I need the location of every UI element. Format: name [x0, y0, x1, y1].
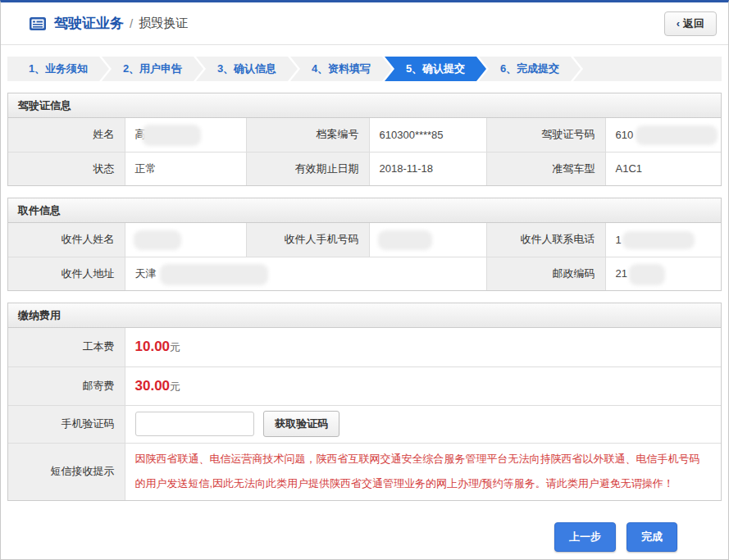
- license-list-icon: [29, 16, 47, 31]
- step-2-user-declaration[interactable]: 2、用户申告: [102, 57, 203, 81]
- finish-button[interactable]: 完成: [626, 522, 677, 552]
- table-row: 状态 正常 有效期止日期 2018-11-18 准驾车型 A1C1: [8, 152, 721, 185]
- postage-fee-label: 邮寄费: [8, 367, 125, 405]
- name-label: 姓名: [8, 118, 125, 152]
- footer-actions: 上一步 完成: [1, 501, 728, 552]
- previous-step-button[interactable]: 上一步: [554, 522, 616, 552]
- redaction-smudge: [160, 264, 268, 285]
- license-info-section: 驾驶证信息 姓名 高 档案编号 610300****85 驾驶证号码 610 状…: [7, 93, 722, 186]
- table-row: 姓名 高 档案编号 610300****85 驾驶证号码 610: [8, 118, 721, 152]
- license-number-label: 驾驶证号码: [486, 118, 605, 152]
- redaction-smudge: [636, 125, 718, 145]
- sms-notice-cell: 因陕西省联通、电信运营商技术问题，陕西省互联网交通安全综合服务管理平台无法向持陕…: [125, 443, 721, 500]
- expiry-date-value: 2018-11-18: [369, 152, 486, 185]
- table-row: 短信接收提示 因陕西省联通、电信运营商技术问题，陕西省互联网交通安全综合服务管理…: [8, 443, 721, 500]
- currency-unit: 元: [170, 341, 180, 353]
- table-row: 手机验证码 获取验证码: [8, 405, 721, 443]
- recipient-address-label: 收件人地址: [8, 257, 125, 290]
- recipient-phone-value: 1: [605, 223, 721, 257]
- production-fee-amount: 10.00: [135, 339, 171, 354]
- file-number-value: 610300****85: [369, 118, 486, 152]
- pickup-info-title: 取件信息: [8, 198, 721, 223]
- recipient-name-value: [125, 223, 246, 257]
- redaction-smudge: [622, 231, 695, 249]
- step-5-confirm-submit[interactable]: 5、确认提交: [385, 57, 486, 81]
- page-title: 驾驶证业务: [54, 14, 124, 33]
- sms-notice-label: 短信接收提示: [8, 443, 125, 500]
- table-row: 收件人姓名 收件人手机号码 收件人联系电话 1: [8, 223, 721, 257]
- production-fee-label: 工本费: [8, 328, 125, 367]
- file-number-label: 档案编号: [246, 118, 369, 152]
- redaction-smudge: [142, 125, 201, 146]
- sms-code-cell: 获取验证码: [125, 405, 721, 443]
- back-button[interactable]: ‹ 返回: [664, 11, 717, 36]
- step-wizard: 1、业务须知 2、用户申告 3、确认信息 4、资料填写 5、确认提交 6、完成提…: [7, 57, 722, 81]
- recipient-address-value: 天津: [125, 257, 486, 290]
- name-value: 高: [125, 118, 246, 152]
- breadcrumb-current: 损毁换证: [139, 16, 188, 31]
- step-3-confirm-info[interactable]: 3、确认信息: [196, 57, 298, 81]
- status-value: 正常: [125, 152, 246, 185]
- back-chevron-icon: ‹: [677, 17, 680, 30]
- postage-fee-value: 30.00元: [125, 367, 721, 405]
- redaction-smudge: [134, 230, 181, 250]
- production-fee-value: 10.00元: [125, 328, 721, 367]
- recipient-mobile-value: [369, 223, 486, 257]
- status-label: 状态: [8, 152, 125, 185]
- vehicle-class-label: 准驾车型: [486, 152, 605, 185]
- pickup-info-section: 取件信息 收件人姓名 收件人手机号码 收件人联系电话 1 收件人地址 天津: [7, 198, 722, 291]
- postage-fee-amount: 30.00: [135, 378, 171, 394]
- expiry-date-label: 有效期止日期: [246, 152, 369, 185]
- get-sms-code-button[interactable]: 获取验证码: [263, 411, 339, 437]
- sms-notice-text: 因陕西省联通、电信运营商技术问题，陕西省互联网交通安全综合服务管理平台无法向持陕…: [135, 444, 722, 499]
- step-4-fill-data[interactable]: 4、资料填写: [290, 57, 392, 81]
- fees-title: 缴纳费用: [8, 303, 721, 328]
- redaction-smudge: [629, 264, 665, 285]
- vehicle-class-value: A1C1: [605, 152, 721, 185]
- redaction-smudge: [378, 230, 432, 250]
- postal-code-label: 邮政编码: [486, 257, 605, 290]
- table-row: 收件人地址 天津 邮政编码 21: [8, 257, 721, 290]
- step-wizard-filler: [573, 57, 722, 81]
- postal-code-value: 21: [605, 257, 721, 290]
- license-info-title: 驾驶证信息: [8, 93, 721, 118]
- license-number-value: 610: [605, 118, 721, 152]
- table-row: 工本费 10.00元: [8, 328, 721, 367]
- sms-code-label: 手机验证码: [8, 405, 125, 443]
- table-row: 邮寄费 30.00元: [8, 367, 721, 405]
- sms-code-input[interactable]: [135, 412, 254, 436]
- page-header: 驾驶证业务 / 损毁换证 ‹ 返回: [1, 2, 728, 45]
- fees-section: 缴纳费用 工本费 10.00元 邮寄费 30.00元 手机验证码 获取验证码 短…: [7, 303, 722, 501]
- back-button-label: 返回: [683, 16, 704, 31]
- step-1-business-notes[interactable]: 1、业务须知: [7, 57, 109, 81]
- recipient-mobile-label: 收件人手机号码: [246, 223, 369, 257]
- recipient-name-label: 收件人姓名: [8, 223, 125, 257]
- step-6-complete-submit[interactable]: 6、完成提交: [479, 57, 581, 81]
- currency-unit: 元: [170, 380, 180, 393]
- breadcrumb-separator: /: [130, 16, 133, 30]
- recipient-phone-label: 收件人联系电话: [486, 223, 605, 257]
